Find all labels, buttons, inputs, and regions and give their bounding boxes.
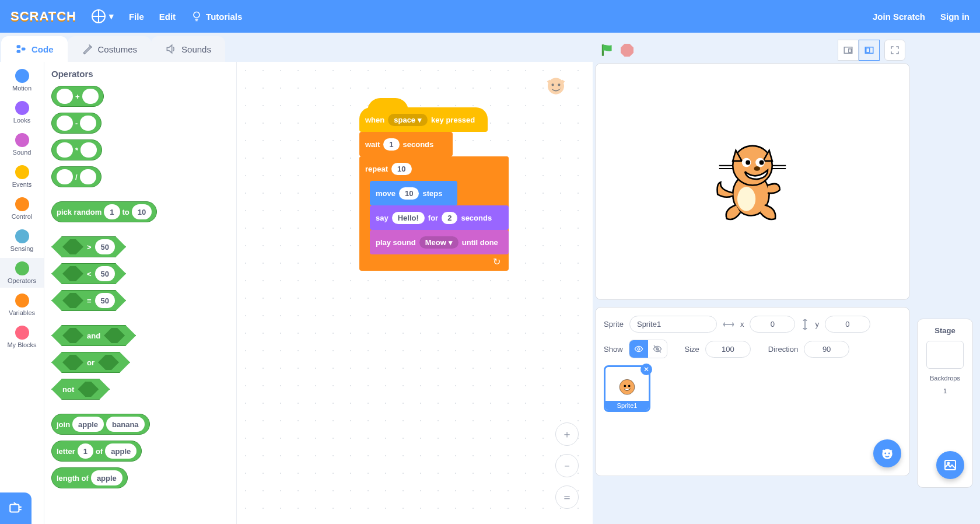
backdrop-thumbnail[interactable] (926, 341, 964, 369)
operator-letter-of-block[interactable]: letter1ofapple (51, 441, 142, 462)
operator-lt-block[interactable]: <50 (51, 263, 126, 284)
operator-not-block[interactable]: not (51, 379, 110, 400)
operator-divide-block[interactable]: / (51, 166, 102, 187)
sprite-y-input[interactable] (825, 316, 870, 333)
y-label: y (815, 320, 819, 329)
sprite-info-panel: Sprite x y Show Size (595, 307, 910, 476)
delete-sprite-button[interactable]: ✕ (640, 364, 652, 375)
move-steps-input[interactable]: 10 (399, 187, 419, 200)
add-backdrop-button[interactable] (936, 451, 964, 479)
globe-icon (92, 9, 106, 23)
show-sprite-button[interactable] (629, 340, 648, 358)
operator-subtract-block[interactable]: - (51, 113, 102, 134)
when-key-pressed-block[interactable]: when space ▾ key pressed (359, 107, 488, 132)
motion-dot-icon (15, 69, 29, 83)
large-stage-icon (864, 45, 874, 55)
stage-selector[interactable]: Stage Backdrops 1 (917, 319, 973, 488)
svg-point-0 (194, 12, 200, 18)
backpack-button[interactable] (0, 492, 32, 524)
direction-label: Direction (768, 345, 798, 354)
operator-and-block[interactable]: and (51, 325, 136, 346)
cat-face-icon (880, 446, 895, 461)
key-dropdown[interactable]: space ▾ (388, 114, 428, 126)
sound-dropdown[interactable]: Meow ▾ (419, 236, 459, 249)
y-axis-icon (801, 319, 809, 330)
say-message-input[interactable]: Hello! (392, 212, 425, 224)
category-my-blocks[interactable]: My Blocks (0, 322, 44, 352)
operator-or-block[interactable]: or (51, 352, 130, 373)
say-for-seconds-block[interactable]: say Hello! for 2 seconds (370, 205, 509, 230)
category-motion[interactable]: Motion (0, 65, 44, 95)
show-label: Show (604, 345, 623, 354)
tab-code[interactable]: Code (1, 36, 68, 62)
file-menu[interactable]: File (129, 12, 144, 22)
move-steps-block[interactable]: move 10 steps (370, 181, 457, 205)
sprite-name-input[interactable] (629, 316, 717, 333)
say-seconds-input[interactable]: 2 (442, 212, 457, 224)
block-stack[interactable]: when space ▾ key pressed wait 1 seconds … (359, 107, 509, 271)
repeat-block[interactable]: repeat 10 move 10 steps say Hello! (359, 156, 509, 271)
zoom-out-button[interactable]: － (555, 454, 579, 477)
wait-seconds-input[interactable]: 1 (383, 138, 399, 151)
svg-point-26 (884, 453, 886, 455)
tutorials-button[interactable]: Tutorials (191, 11, 242, 22)
operator-eq-block[interactable]: =50 (51, 290, 126, 311)
large-stage-button[interactable] (859, 40, 880, 61)
svg-rect-11 (866, 48, 870, 53)
category-variables[interactable]: Variables (0, 290, 44, 320)
category-looks[interactable]: Looks (0, 97, 44, 127)
green-flag-button[interactable] (600, 43, 615, 58)
sprite-x-input[interactable] (750, 316, 795, 333)
category-sound[interactable]: Sound (0, 130, 44, 159)
repeat-count-input[interactable]: 10 (391, 163, 411, 175)
operator-join-block[interactable]: joinapplebanana (51, 414, 150, 435)
category-operators[interactable]: Operators (0, 258, 44, 288)
x-axis-icon (723, 320, 734, 329)
add-sprite-button[interactable] (873, 439, 901, 467)
stage-canvas[interactable] (595, 63, 910, 300)
join-scratch-button[interactable]: Join Scratch (873, 12, 925, 22)
operator-length-of-block[interactable]: length ofapple (51, 467, 128, 488)
svg-point-13 (737, 187, 755, 211)
edit-menu[interactable]: Edit (159, 12, 176, 22)
lightbulb-icon (191, 11, 202, 22)
operator-multiply-block[interactable]: * (51, 139, 102, 160)
hide-sprite-button[interactable] (648, 340, 667, 358)
language-menu[interactable]: ▾ (92, 9, 114, 23)
tutorials-label: Tutorials (206, 12, 242, 22)
category-events[interactable]: Events (0, 162, 44, 191)
zoom-reset-button[interactable]: ＝ (555, 485, 579, 509)
zoom-in-button[interactable]: ＋ (555, 422, 579, 446)
sprite-size-input[interactable] (705, 341, 751, 358)
scratch-logo[interactable]: SCRATCH (10, 9, 76, 24)
play-sound-until-done-block[interactable]: play sound Meow ▾ until done (370, 230, 509, 254)
wait-block[interactable]: wait 1 seconds (359, 132, 453, 156)
operators-dot-icon (15, 261, 29, 275)
operator-add-block[interactable]: + (51, 86, 104, 107)
image-icon (943, 458, 957, 472)
sprite-watermark-icon (540, 74, 572, 105)
svg-point-6 (558, 83, 560, 86)
operator-gt-block[interactable]: >50 (51, 236, 126, 257)
svg-rect-2 (17, 50, 21, 53)
tab-sounds[interactable]: Sounds (151, 36, 225, 62)
sprite-on-stage[interactable] (715, 138, 790, 225)
repeat-arrow-icon: ↻ (493, 256, 501, 267)
events-dot-icon (15, 165, 29, 179)
sprite-direction-input[interactable] (804, 341, 849, 358)
fullscreen-button[interactable] (884, 40, 905, 61)
tab-costumes[interactable]: Costumes (68, 36, 152, 62)
stop-button[interactable] (621, 44, 634, 57)
svg-point-24 (628, 385, 631, 387)
script-workspace[interactable]: when space ▾ key pressed wait 1 seconds … (237, 62, 593, 524)
operator-pick-random-block[interactable]: pick random1to10 (51, 201, 157, 222)
sign-in-button[interactable]: Sign in (940, 12, 970, 22)
category-sensing[interactable]: Sensing (0, 226, 44, 256)
small-stage-button[interactable] (838, 40, 859, 61)
stage-header (595, 37, 910, 63)
sprite-thumbnail[interactable]: ✕ Sprite1 (604, 365, 650, 412)
category-control[interactable]: Control (0, 194, 44, 223)
tab-sounds-label: Sounds (181, 44, 211, 54)
block-palette[interactable]: Operators + - * / pick random1to10 >50 <… (44, 62, 237, 524)
svg-rect-3 (22, 48, 26, 51)
